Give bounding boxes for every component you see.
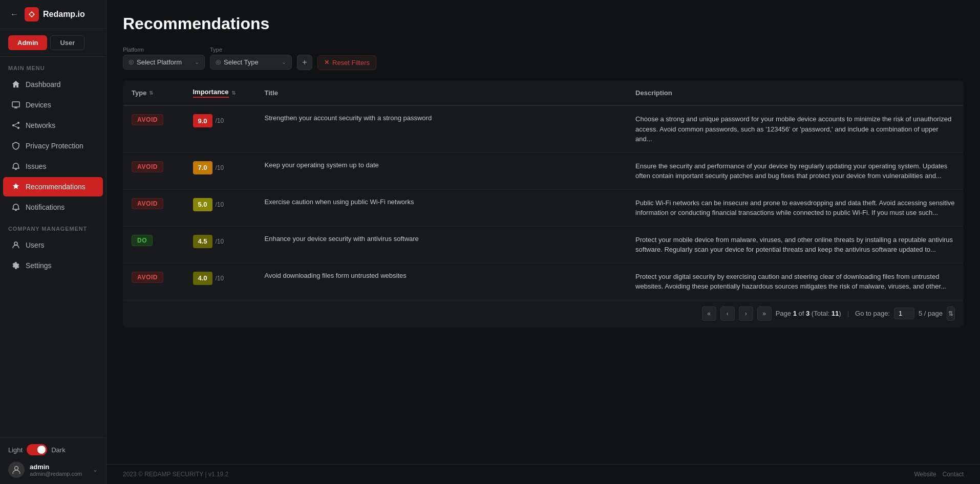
type-sort[interactable]: Type ⇅ (132, 89, 177, 97)
col-header-description: Description (627, 81, 963, 106)
title-cell: Exercise caution when using public Wi-Fi… (257, 189, 628, 226)
user-name: admin (30, 463, 88, 471)
recommendations-table: Type ⇅ Importance ⇅ Title Des (123, 80, 964, 327)
chevron-down-icon: ⌄ (93, 466, 98, 473)
next-page-button[interactable]: › (739, 306, 753, 321)
col-header-title: Title (257, 81, 628, 106)
home-icon (11, 80, 20, 89)
sidebar-item-networks[interactable]: Networks (3, 116, 103, 135)
notifications-label: Notifications (26, 203, 65, 211)
type-badge: AVOID (132, 198, 163, 209)
type-badge: AVOID (132, 114, 163, 125)
sidebar-item-privacy-protection[interactable]: Privacy Protection (3, 136, 103, 156)
person-icon (11, 240, 20, 250)
add-filter-button[interactable]: + (297, 55, 312, 70)
page-title: Recommendations (123, 14, 964, 33)
svg-point-3 (12, 124, 14, 126)
importance-cell: 9.0 /10 (185, 105, 257, 152)
star-icon (11, 182, 20, 191)
type-cell: DO (123, 226, 185, 263)
chevron-down-icon-2: ⌄ (282, 59, 286, 65)
table-row: AVOID 5.0 /10 Exercise caution when usin… (123, 189, 964, 226)
sidebar-item-recommendations[interactable]: Recommendations (3, 177, 103, 196)
svg-point-7 (14, 242, 17, 245)
desc-cell: Public Wi-Fi networks can be insecure an… (627, 189, 963, 226)
footer-links: Website Contact (914, 471, 964, 478)
devices-label: Devices (26, 101, 51, 109)
share-icon (11, 121, 20, 130)
importance-score: 4.0 (193, 272, 212, 285)
users-label: Users (26, 241, 45, 249)
score-outof: /10 (216, 201, 224, 208)
shield-icon (11, 141, 20, 150)
monitor-icon (11, 100, 20, 109)
go-to-label: Go to page: (855, 310, 890, 317)
website-link[interactable]: Website (914, 471, 936, 478)
svg-rect-1 (12, 102, 19, 107)
type-filter-label: Type (210, 47, 290, 53)
sidebar-item-issues[interactable]: Issues (3, 157, 103, 176)
privacy-protection-label: Privacy Protection (26, 142, 83, 150)
platform-placeholder: Select Platform (137, 58, 182, 66)
logo-text: Redamp.io (43, 10, 85, 19)
issues-label: Issues (26, 162, 46, 170)
bell-icon (11, 162, 20, 171)
user-switcher: Admin User (0, 29, 106, 57)
reset-filters-button[interactable]: ✕ Reset Filters (317, 55, 376, 70)
prev-page-button[interactable]: ‹ (720, 306, 735, 321)
reset-label: Reset Filters (332, 59, 370, 67)
pagination-text: Page 1 of 3 (Total: 11) (776, 310, 841, 317)
table-row: AVOID 7.0 /10 Keep your operating system… (123, 152, 964, 189)
title-cell: Keep your operating system up to date (257, 152, 628, 189)
networks-label: Networks (26, 121, 55, 129)
sidebar-item-users[interactable]: Users (3, 235, 103, 255)
type-badge: AVOID (132, 272, 163, 283)
first-page-button[interactable]: « (702, 306, 716, 321)
importance-sort[interactable]: Importance ⇅ (193, 88, 248, 98)
sidebar-item-devices[interactable]: Devices (3, 95, 103, 115)
per-page-stepper[interactable]: ⇅ (947, 306, 955, 321)
user-button[interactable]: User (50, 35, 84, 50)
chevron-down-icon: ⌄ (195, 59, 199, 65)
avatar (8, 461, 25, 478)
contact-link[interactable]: Contact (943, 471, 964, 478)
dark-label: Dark (51, 446, 65, 454)
settings-label: Settings (26, 261, 52, 270)
admin-button[interactable]: Admin (8, 35, 47, 50)
user-profile-row[interactable]: admin admin@redamp.com ⌄ (8, 461, 98, 478)
importance-cell: 4.0 /10 (185, 263, 257, 300)
type-badge: AVOID (132, 161, 163, 172)
svg-line-6 (14, 126, 17, 127)
table-row: AVOID 4.0 /10 Avoid downloading files fo… (123, 263, 964, 300)
per-page-label: 5 / page (919, 310, 943, 317)
col-header-type: Type ⇅ (123, 81, 185, 106)
sidebar-item-dashboard[interactable]: Dashboard (3, 75, 103, 94)
type-cell: AVOID (123, 105, 185, 152)
light-label: Light (8, 446, 23, 454)
score-outof: /10 (216, 275, 224, 282)
sidebar: ← Redamp.io Admin User MAIN MENU Dashboa… (0, 0, 106, 484)
sidebar-item-settings[interactable]: Settings (3, 256, 103, 275)
importance-score: 9.0 (193, 114, 212, 127)
globe-icon-2: ◎ (216, 58, 221, 65)
svg-point-8 (15, 467, 18, 470)
main-inner: Recommendations Platform ◎ Select Platfo… (106, 0, 980, 464)
importance-score: 7.0 (193, 161, 212, 174)
theme-toggle-row: Light Dark (8, 444, 98, 455)
dashboard-label: Dashboard (26, 80, 61, 89)
back-button[interactable]: ← (8, 9, 20, 20)
sidebar-header: ← Redamp.io (0, 0, 106, 29)
desc-cell: Protect your mobile device from malware,… (627, 226, 963, 263)
sort-icon-importance: ⇅ (231, 90, 236, 96)
notification-bell-icon (11, 203, 20, 212)
type-select[interactable]: ◎ Select Type ⌄ (210, 55, 292, 70)
title-cell: Strengthen your account security with a … (257, 105, 628, 152)
desc-cell: Ensure the security and performance of y… (627, 152, 963, 189)
theme-toggle[interactable] (27, 444, 47, 455)
sidebar-item-notifications[interactable]: Notifications (3, 197, 103, 217)
footer: 2023 © REDAMP SECURITY | v1.19.2 Website… (106, 464, 980, 484)
platform-select[interactable]: ◎ Select Platform ⌄ (123, 55, 205, 70)
last-page-button[interactable]: » (757, 306, 772, 321)
col-header-importance: Importance ⇅ (185, 81, 257, 106)
go-to-input[interactable] (894, 307, 914, 319)
